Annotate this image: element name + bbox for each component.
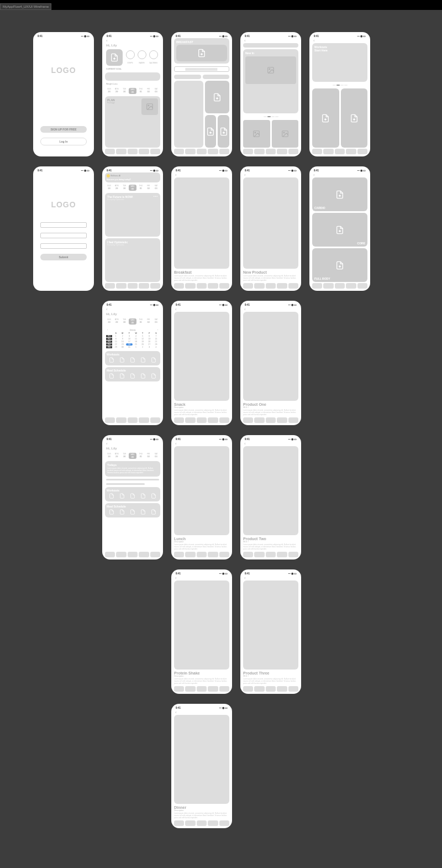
file-icon[interactable]: [128, 509, 137, 515]
tab-plan[interactable]: [323, 149, 333, 154]
core-button[interactable]: CORE: [312, 213, 367, 247]
tab-plan[interactable]: [185, 149, 195, 154]
tab-plan[interactable]: [116, 417, 126, 423]
file-icon[interactable]: [117, 509, 127, 515]
fullbody-button[interactable]: FULL BODY: [312, 248, 367, 282]
file-icon[interactable]: [149, 509, 159, 515]
file-icon[interactable]: [107, 357, 116, 363]
tab-shop[interactable]: [208, 686, 218, 692]
tab-home[interactable]: [312, 149, 322, 154]
chatbot-card[interactable]: Wellness AI How are you doing today?: [105, 172, 160, 182]
add-meal-image[interactable]: [176, 45, 227, 61]
tab-plan[interactable]: [185, 283, 195, 289]
password-input[interactable]: [40, 243, 87, 249]
day-mon[interactable]: MON29: [113, 453, 120, 459]
tab-profile[interactable]: [219, 417, 229, 423]
day-tue[interactable]: TUE30: [121, 318, 128, 325]
file-icon[interactable]: [117, 493, 127, 499]
tab-home[interactable]: [243, 686, 253, 692]
tab-shop[interactable]: [139, 552, 149, 557]
tab-shop[interactable]: [208, 149, 218, 154]
tab-profile[interactable]: [150, 283, 160, 289]
tab-home[interactable]: [243, 149, 253, 154]
tab-plan[interactable]: [116, 149, 126, 154]
day-tue[interactable]: TUE30: [121, 453, 128, 459]
username-input[interactable]: [40, 222, 87, 228]
file-icon[interactable]: [117, 373, 127, 379]
tab-profile[interactable]: [288, 283, 298, 289]
tab-plan[interactable]: [254, 686, 264, 692]
day-tue[interactable]: TUE30: [121, 88, 128, 94]
tab-meals[interactable]: [128, 149, 138, 154]
barcode-scanner[interactable]: [174, 66, 229, 72]
tab-meals[interactable]: [128, 417, 138, 423]
tab-shop[interactable]: [139, 283, 149, 289]
tab-meals[interactable]: [266, 149, 276, 154]
tab-plan[interactable]: [185, 417, 195, 423]
avatar-add[interactable]: [106, 49, 123, 66]
day-sun[interactable]: SUN28: [106, 185, 113, 191]
day-mon[interactable]: MON29: [113, 88, 120, 94]
file-icon[interactable]: [139, 357, 148, 363]
file-icon[interactable]: [128, 493, 137, 499]
file-icon[interactable]: [139, 493, 148, 499]
tab-profile[interactable]: [219, 149, 229, 154]
tab-shop[interactable]: [277, 552, 287, 557]
tab-home[interactable]: [105, 283, 115, 289]
tab-plan[interactable]: [323, 283, 333, 289]
day-sat[interactable]: SAT03: [152, 453, 160, 459]
day-sat[interactable]: SAT03: [152, 185, 160, 191]
file-icon[interactable]: [107, 493, 116, 499]
tab-plan[interactable]: [185, 686, 195, 692]
tab-plan[interactable]: [185, 820, 195, 826]
tab-home[interactable]: [174, 552, 184, 557]
tab-profile[interactable]: [150, 417, 160, 423]
cardio-button[interactable]: CARDIO: [312, 177, 367, 211]
tab-shop[interactable]: [208, 283, 218, 289]
day-tue[interactable]: TUE30: [121, 185, 128, 191]
tab-shop[interactable]: [139, 149, 149, 154]
tab-shop[interactable]: [277, 417, 287, 423]
tab-home[interactable]: [174, 686, 184, 692]
tab-profile[interactable]: [150, 552, 160, 557]
tab-plan[interactable]: [116, 552, 126, 557]
tab-home[interactable]: [105, 149, 115, 154]
tab-profile[interactable]: [288, 552, 298, 557]
tab-meals[interactable]: [266, 552, 276, 557]
tab-shop[interactable]: [208, 417, 218, 423]
tab-home[interactable]: [174, 283, 184, 289]
tab-profile[interactable]: [288, 149, 298, 154]
day-sun[interactable]: SUN28: [106, 318, 113, 325]
tab-meals[interactable]: [335, 149, 345, 154]
tab-profile[interactable]: [219, 686, 229, 692]
back-icon[interactable]: ‹: [105, 38, 160, 43]
tab-plan[interactable]: [185, 552, 195, 557]
tab-shop[interactable]: [277, 149, 287, 154]
day-wed[interactable]: WED31: [129, 88, 137, 94]
tab-plan[interactable]: [254, 283, 264, 289]
tab-shop[interactable]: [277, 283, 287, 289]
login-button[interactable]: Log In: [40, 138, 87, 145]
day-sat[interactable]: SAT03: [152, 318, 160, 325]
tab-home[interactable]: [174, 417, 184, 423]
day-fri[interactable]: FRI02: [145, 453, 152, 459]
file-icon[interactable]: [107, 373, 116, 379]
tab-meals[interactable]: [197, 149, 207, 154]
tab-home[interactable]: [312, 283, 322, 289]
tab-home[interactable]: [174, 820, 184, 826]
file-tab[interactable]: MyAppFlow4_UX/UI Wireframe: [0, 3, 51, 10]
day-thu[interactable]: THU01: [137, 185, 144, 191]
tab-profile[interactable]: [357, 149, 367, 154]
file-icon[interactable]: [128, 357, 137, 363]
day-sun[interactable]: SUN28: [106, 453, 113, 459]
day-fri[interactable]: FRI02: [145, 88, 152, 94]
tab-meals[interactable]: [197, 552, 207, 557]
day-thu[interactable]: THU01: [137, 318, 144, 325]
file-icon[interactable]: [128, 373, 137, 379]
tab-meals[interactable]: [335, 283, 345, 289]
tab-meals[interactable]: [128, 283, 138, 289]
tab-profile[interactable]: [288, 417, 298, 423]
tab-meals[interactable]: [197, 686, 207, 692]
calendar[interactable]: ‹January› SMTWTFSW11234567W2891011121314…: [105, 327, 160, 349]
file-icon[interactable]: [107, 509, 116, 515]
